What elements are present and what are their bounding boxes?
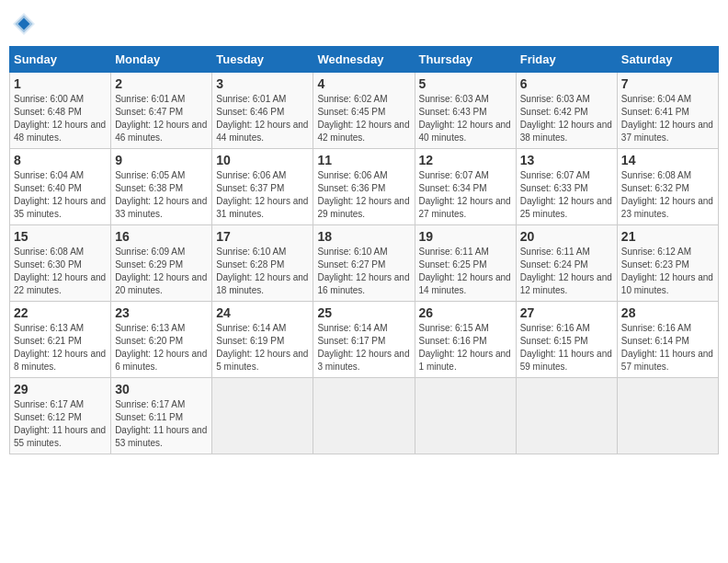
logo bbox=[9, 9, 42, 39]
calendar-cell: 25 Sunrise: 6:14 AMSunset: 6:17 PMDaylig… bbox=[313, 302, 415, 378]
day-detail: Sunrise: 6:16 AMSunset: 6:15 PMDaylight:… bbox=[520, 323, 612, 372]
day-number: 17 bbox=[216, 229, 309, 244]
calendar-cell bbox=[516, 378, 617, 454]
day-number: 4 bbox=[317, 76, 410, 91]
calendar-cell: 19 Sunrise: 6:11 AMSunset: 6:25 PMDaylig… bbox=[415, 225, 516, 302]
day-number: 29 bbox=[14, 382, 107, 396]
day-number: 3 bbox=[216, 76, 309, 91]
calendar-cell: 4 Sunrise: 6:02 AMSunset: 6:45 PMDayligh… bbox=[313, 73, 415, 149]
day-number: 12 bbox=[419, 153, 512, 167]
calendar-cell: 13 Sunrise: 6:07 AMSunset: 6:33 PMDaylig… bbox=[516, 149, 617, 225]
calendar-cell: 21 Sunrise: 6:12 AMSunset: 6:23 PMDaylig… bbox=[617, 225, 718, 302]
calendar-cell: 30 Sunrise: 6:17 AMSunset: 6:11 PMDaylig… bbox=[111, 378, 212, 454]
calendar-cell: 7 Sunrise: 6:04 AMSunset: 6:41 PMDayligh… bbox=[617, 73, 718, 149]
day-detail: Sunrise: 6:04 AMSunset: 6:41 PMDaylight:… bbox=[621, 94, 713, 143]
day-number: 27 bbox=[520, 305, 613, 320]
day-detail: Sunrise: 6:17 AMSunset: 6:12 PMDaylight:… bbox=[14, 399, 106, 448]
day-detail: Sunrise: 6:01 AMSunset: 6:47 PMDaylight:… bbox=[115, 94, 207, 143]
calendar-cell: 8 Sunrise: 6:04 AMSunset: 6:40 PMDayligh… bbox=[10, 149, 111, 225]
calendar-week-4: 22 Sunrise: 6:13 AMSunset: 6:21 PMDaylig… bbox=[10, 302, 719, 378]
header bbox=[9, 9, 719, 39]
day-detail: Sunrise: 6:04 AMSunset: 6:40 PMDaylight:… bbox=[14, 170, 106, 219]
calendar-week-3: 15 Sunrise: 6:08 AMSunset: 6:30 PMDaylig… bbox=[10, 225, 719, 302]
calendar-cell: 18 Sunrise: 6:10 AMSunset: 6:27 PMDaylig… bbox=[313, 225, 415, 302]
calendar-cell: 3 Sunrise: 6:01 AMSunset: 6:46 PMDayligh… bbox=[212, 73, 313, 149]
day-detail: Sunrise: 6:03 AMSunset: 6:43 PMDaylight:… bbox=[419, 94, 511, 143]
day-detail: Sunrise: 6:13 AMSunset: 6:21 PMDaylight:… bbox=[14, 323, 106, 372]
calendar-week-1: 1 Sunrise: 6:00 AMSunset: 6:48 PMDayligh… bbox=[10, 73, 719, 149]
calendar-week-2: 8 Sunrise: 6:04 AMSunset: 6:40 PMDayligh… bbox=[10, 149, 719, 225]
day-number: 8 bbox=[14, 153, 107, 167]
calendar-cell: 26 Sunrise: 6:15 AMSunset: 6:16 PMDaylig… bbox=[415, 302, 516, 378]
day-number: 30 bbox=[115, 382, 208, 396]
calendar-cell: 16 Sunrise: 6:09 AMSunset: 6:29 PMDaylig… bbox=[111, 225, 212, 302]
day-detail: Sunrise: 6:02 AMSunset: 6:45 PMDaylight:… bbox=[317, 94, 409, 143]
day-number: 11 bbox=[317, 153, 410, 167]
day-detail: Sunrise: 6:14 AMSunset: 6:17 PMDaylight:… bbox=[317, 323, 409, 372]
day-number: 1 bbox=[14, 76, 107, 91]
day-number: 10 bbox=[216, 153, 309, 167]
col-tuesday: Tuesday bbox=[212, 47, 313, 73]
col-monday: Monday bbox=[111, 47, 212, 73]
calendar-cell: 28 Sunrise: 6:16 AMSunset: 6:14 PMDaylig… bbox=[617, 302, 718, 378]
calendar-cell: 14 Sunrise: 6:08 AMSunset: 6:32 PMDaylig… bbox=[617, 149, 718, 225]
day-detail: Sunrise: 6:11 AMSunset: 6:24 PMDaylight:… bbox=[520, 247, 612, 295]
calendar-cell bbox=[617, 378, 718, 454]
day-detail: Sunrise: 6:13 AMSunset: 6:20 PMDaylight:… bbox=[115, 323, 207, 372]
col-saturday: Saturday bbox=[617, 47, 718, 73]
day-number: 22 bbox=[14, 305, 107, 320]
calendar-cell: 20 Sunrise: 6:11 AMSunset: 6:24 PMDaylig… bbox=[516, 225, 617, 302]
calendar-cell bbox=[313, 378, 415, 454]
calendar-cell: 6 Sunrise: 6:03 AMSunset: 6:42 PMDayligh… bbox=[516, 73, 617, 149]
day-number: 21 bbox=[621, 229, 714, 244]
calendar-cell: 29 Sunrise: 6:17 AMSunset: 6:12 PMDaylig… bbox=[10, 378, 111, 454]
calendar-cell: 15 Sunrise: 6:08 AMSunset: 6:30 PMDaylig… bbox=[10, 225, 111, 302]
day-detail: Sunrise: 6:15 AMSunset: 6:16 PMDaylight:… bbox=[419, 323, 511, 372]
day-detail: Sunrise: 6:06 AMSunset: 6:36 PMDaylight:… bbox=[317, 170, 409, 219]
day-number: 13 bbox=[520, 153, 613, 167]
day-number: 16 bbox=[115, 229, 208, 244]
day-detail: Sunrise: 6:03 AMSunset: 6:42 PMDaylight:… bbox=[520, 94, 612, 143]
day-detail: Sunrise: 6:10 AMSunset: 6:28 PMDaylight:… bbox=[216, 247, 308, 295]
day-detail: Sunrise: 6:01 AMSunset: 6:46 PMDaylight:… bbox=[216, 94, 308, 143]
day-number: 5 bbox=[419, 76, 512, 91]
day-detail: Sunrise: 6:09 AMSunset: 6:29 PMDaylight:… bbox=[115, 247, 207, 295]
day-detail: Sunrise: 6:05 AMSunset: 6:38 PMDaylight:… bbox=[115, 170, 207, 219]
col-thursday: Thursday bbox=[415, 47, 516, 73]
calendar-cell: 9 Sunrise: 6:05 AMSunset: 6:38 PMDayligh… bbox=[111, 149, 212, 225]
logo-icon bbox=[9, 9, 39, 39]
calendar-cell: 17 Sunrise: 6:10 AMSunset: 6:28 PMDaylig… bbox=[212, 225, 313, 302]
calendar-header: Sunday Monday Tuesday Wednesday Thursday… bbox=[10, 47, 719, 73]
col-wednesday: Wednesday bbox=[313, 47, 415, 73]
day-number: 20 bbox=[520, 229, 613, 244]
header-row: Sunday Monday Tuesday Wednesday Thursday… bbox=[10, 47, 719, 73]
day-detail: Sunrise: 6:14 AMSunset: 6:19 PMDaylight:… bbox=[216, 323, 308, 372]
calendar-cell: 24 Sunrise: 6:14 AMSunset: 6:19 PMDaylig… bbox=[212, 302, 313, 378]
calendar-cell: 22 Sunrise: 6:13 AMSunset: 6:21 PMDaylig… bbox=[10, 302, 111, 378]
calendar-cell: 2 Sunrise: 6:01 AMSunset: 6:47 PMDayligh… bbox=[111, 73, 212, 149]
day-number: 25 bbox=[317, 305, 410, 320]
day-number: 9 bbox=[115, 153, 208, 167]
day-detail: Sunrise: 6:06 AMSunset: 6:37 PMDaylight:… bbox=[216, 170, 308, 219]
calendar-cell: 10 Sunrise: 6:06 AMSunset: 6:37 PMDaylig… bbox=[212, 149, 313, 225]
col-sunday: Sunday bbox=[10, 47, 111, 73]
day-detail: Sunrise: 6:12 AMSunset: 6:23 PMDaylight:… bbox=[621, 247, 713, 295]
day-number: 28 bbox=[621, 305, 714, 320]
day-number: 6 bbox=[520, 76, 613, 91]
day-number: 15 bbox=[14, 229, 107, 244]
day-number: 23 bbox=[115, 305, 208, 320]
day-detail: Sunrise: 6:08 AMSunset: 6:30 PMDaylight:… bbox=[14, 247, 106, 295]
day-number: 26 bbox=[419, 305, 512, 320]
calendar-cell: 1 Sunrise: 6:00 AMSunset: 6:48 PMDayligh… bbox=[10, 73, 111, 149]
calendar-cell bbox=[415, 378, 516, 454]
day-number: 14 bbox=[621, 153, 714, 167]
day-number: 18 bbox=[317, 229, 410, 244]
day-detail: Sunrise: 6:17 AMSunset: 6:11 PMDaylight:… bbox=[115, 399, 207, 448]
calendar-cell: 23 Sunrise: 6:13 AMSunset: 6:20 PMDaylig… bbox=[111, 302, 212, 378]
day-detail: Sunrise: 6:10 AMSunset: 6:27 PMDaylight:… bbox=[317, 247, 409, 295]
day-number: 7 bbox=[621, 76, 714, 91]
calendar-table: Sunday Monday Tuesday Wednesday Thursday… bbox=[9, 46, 719, 454]
col-friday: Friday bbox=[516, 47, 617, 73]
calendar-body: 1 Sunrise: 6:00 AMSunset: 6:48 PMDayligh… bbox=[10, 73, 719, 454]
day-detail: Sunrise: 6:16 AMSunset: 6:14 PMDaylight:… bbox=[621, 323, 713, 372]
